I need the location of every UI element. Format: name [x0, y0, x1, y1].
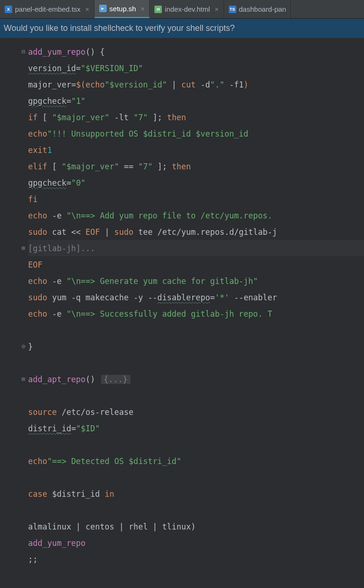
tab-label: panel-edit-embed.tsx	[15, 5, 80, 13]
close-icon[interactable]: ×	[215, 5, 219, 13]
tsx-file-icon: X	[5, 6, 12, 13]
tab-panel-edit-embed[interactable]: X panel-edit-embed.tsx ×	[0, 0, 95, 18]
function-name: add_yum_repo	[28, 47, 86, 57]
variable-assignment: version_id	[28, 64, 76, 73]
tab-label: index-dev.html	[165, 5, 210, 13]
fold-expand-icon[interactable]: ⊞	[22, 245, 27, 252]
tab-dashboard-panel[interactable]: TS dashboard-pan	[224, 0, 291, 18]
code-content[interactable]: add_yum_repo() { version_id="$VERSION_ID…	[28, 38, 364, 567]
code-editor[interactable]: ⊟ ⊞ ⊖ ⊞ add_yum_repo() { vers	[0, 38, 364, 567]
variable-assignment: gpgcheck	[28, 96, 66, 106]
function-name: add_apt_repo	[28, 375, 86, 384]
fold-expand-icon[interactable]: ⊞	[22, 376, 27, 383]
folded-region[interactable]: [gitlab-jh]...	[28, 240, 364, 256]
fold-toggle-icon[interactable]: ⊟	[22, 48, 27, 55]
tab-index-dev-html[interactable]: H index-dev.html ×	[150, 0, 224, 18]
gutter: ⊟ ⊞ ⊖ ⊞	[0, 38, 28, 567]
tab-label: dashboard-pan	[239, 5, 286, 13]
editor-tabs: X panel-edit-embed.tsx × ▸ setup.sh × H …	[0, 0, 364, 19]
shellcheck-install-banner[interactable]: Would you like to install shellcheck to …	[0, 19, 364, 38]
close-icon[interactable]: ×	[141, 5, 145, 13]
variable-assignment: distri_id	[28, 424, 71, 433]
sh-file-icon: ▸	[99, 5, 107, 12]
variable-assignment: major_ver	[28, 80, 71, 89]
ts-file-icon: TS	[229, 6, 236, 13]
variable-assignment: gpgcheck	[28, 178, 66, 188]
tab-label: setup.sh	[109, 5, 136, 13]
close-icon[interactable]: ×	[85, 5, 89, 13]
html-file-icon: H	[154, 6, 162, 13]
tab-setup-sh[interactable]: ▸ setup.sh ×	[95, 0, 150, 18]
folded-body[interactable]: {...}	[101, 375, 131, 384]
fold-close-icon[interactable]: ⊖	[22, 343, 27, 350]
